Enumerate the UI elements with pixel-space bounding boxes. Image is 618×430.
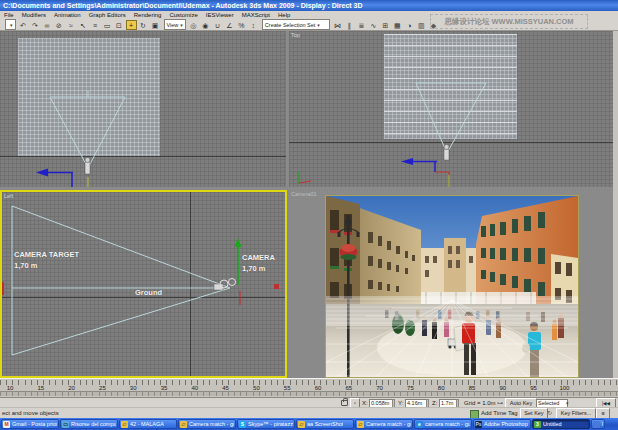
taskbar-button[interactable]: ▭ Risorse del computer	[60, 419, 118, 429]
timeline-tick-label: 100	[559, 385, 569, 391]
render-setup-icon[interactable]: ◑	[404, 20, 415, 30]
taskbar-button[interactable]: S Skype™ - piratazzurro	[237, 419, 295, 429]
bind-to-space-warp-icon[interactable]: ≈	[66, 20, 77, 30]
chevron-down-icon: ▾	[180, 22, 183, 28]
snap-toggle-icon[interactable]: ∪	[212, 20, 223, 30]
menu-item[interactable]: Graph Editors	[85, 12, 130, 18]
viewport-area: Top Left	[0, 31, 613, 378]
undo-icon[interactable]: ↶	[18, 20, 29, 30]
select-and-manipulate-icon[interactable]: ◉	[200, 20, 211, 30]
chevron-down-icon: ▾	[10, 22, 13, 28]
menu-item[interactable]: MAXScript	[238, 12, 274, 18]
selection-lock-icon[interactable]	[341, 400, 348, 406]
toolbar-group-select: ↶↷∞⊘≈↖≡▭⊡+↻▣	[18, 20, 162, 30]
window-icon	[593, 421, 600, 428]
viewport-label-left[interactable]: Left	[4, 193, 13, 199]
viewport-top-left[interactable]	[0, 31, 286, 187]
reference-coordinate-value: View	[167, 22, 179, 28]
menu-item[interactable]: File	[0, 12, 18, 18]
rectangular-selection-icon[interactable]: ▭	[102, 20, 113, 30]
viewport-label-camera01[interactable]: Camera01	[291, 191, 317, 197]
title-bar[interactable]: C:\Documents and Settings\Administrator\…	[0, 0, 618, 11]
viewport-left-active[interactable]: Left CAMERA TARGET 1,70 m CAMERA 1,70 m	[0, 190, 287, 378]
taskbar-button[interactable]: ▱ 42 - MALAGA	[119, 419, 177, 429]
percent-snap-icon[interactable]: %	[236, 20, 247, 30]
taskbar-button[interactable]: Project...	[591, 419, 605, 429]
menu-item[interactable]: Animation	[50, 12, 85, 18]
taskbar-button[interactable]: Ps Adobe Photoshop CS3	[473, 419, 531, 429]
angle-snap-icon[interactable]: ∠	[224, 20, 235, 30]
folder-icon: ▱	[357, 421, 364, 428]
spinner-snap-icon[interactable]: ↕	[248, 20, 259, 30]
camera-target-height-annotation: 1,70 m	[14, 261, 37, 270]
redo-icon[interactable]: ↷	[30, 20, 41, 30]
schematic-view-icon[interactable]: ⊞	[380, 20, 391, 30]
key-mode-icon[interactable]: ↻	[547, 409, 552, 417]
taskbar-button-label: Risorse del computer	[71, 421, 116, 427]
taskbar-button[interactable]: e camera match - gue...	[414, 419, 472, 429]
my-computer-icon: ▭	[62, 421, 69, 428]
select-and-link-icon[interactable]: ∞	[42, 20, 53, 30]
mirror-icon[interactable]: ⋈	[332, 20, 343, 30]
menu-item[interactable]: Rendering	[130, 12, 166, 18]
menu-item[interactable]: Customize	[165, 12, 201, 18]
menu-item[interactable]: Modifiers	[18, 12, 50, 18]
y-coordinate-label: Y:	[398, 399, 403, 407]
photoshop-icon: Ps	[475, 421, 482, 428]
timeline-tick-label: 70	[376, 385, 383, 391]
viewport-label-top[interactable]: Top	[291, 32, 300, 38]
timeline-track-bar[interactable]: 101520253035404550556065707580859095100	[0, 378, 618, 397]
status-row-coordinates: ▫ X: 0.058m Y: 4.16m Z: 1.7m Grid = 1.0m…	[0, 397, 618, 407]
x-coordinate-label: X:	[362, 399, 368, 407]
timeline-tick-label: 80	[438, 385, 445, 391]
taskbar-button[interactable]: M Gmail - Posta priorita...	[1, 419, 59, 429]
add-time-tag[interactable]: Add Time Tag	[481, 409, 518, 417]
status-row-prompt: ect and move objects Add Time Tag Set Ke…	[0, 407, 618, 418]
create-selection-set-combo[interactable]: Create Selection Set ▾	[262, 19, 330, 30]
taskbar-button-label: Camera match - gue...	[366, 421, 411, 427]
camera-height-annotation: 1,70 m	[242, 264, 265, 273]
reference-coordinate-combo[interactable]: View ▾	[164, 19, 186, 30]
select-and-move-icon[interactable]: +	[126, 20, 137, 30]
create-selection-set-value: Create Selection Set	[265, 22, 315, 28]
rendered-frame-icon[interactable]: ▥	[416, 20, 427, 30]
menu-item[interactable]: Help	[274, 12, 294, 18]
timeline-tick-label: 55	[284, 385, 291, 391]
layer-manager-icon[interactable]: ≣	[356, 20, 367, 30]
window-crossing-icon[interactable]: ⊡	[114, 20, 125, 30]
select-and-scale-icon[interactable]: ▣	[150, 20, 161, 30]
select-and-rotate-icon[interactable]: ↻	[138, 20, 149, 30]
viewport-top[interactable]: Top	[289, 31, 613, 187]
timeline-tick-label: 60	[315, 385, 322, 391]
timeline-lower-ticks	[0, 391, 618, 396]
folder-icon: ▱	[298, 421, 305, 428]
material-editor-icon[interactable]: ▦	[392, 20, 403, 30]
selection-filter-combo[interactable]: ▾	[5, 19, 16, 30]
taskbar-button[interactable]: ▱ Camera match - gue...	[355, 419, 413, 429]
window-title: C:\Documents and Settings\Administrator\…	[3, 2, 363, 9]
select-object-icon[interactable]: ↖	[78, 20, 89, 30]
background-photo-street	[325, 195, 579, 378]
viewport-camera01[interactable]: Camera01	[289, 190, 613, 378]
timeline-minor-ticks	[0, 380, 618, 385]
taskbar-button-label: Skype™ - piratazzurro	[248, 421, 293, 427]
timeline-tick-label: 40	[191, 385, 198, 391]
menu-item[interactable]: IESViewer	[202, 12, 238, 18]
taskbar-button[interactable]: ▱ aa ScreenShot	[296, 419, 354, 429]
set-key-icon[interactable]: ⊶	[497, 399, 503, 407]
curve-editor-icon[interactable]: ∿	[368, 20, 379, 30]
taskbar-button-label: aa ScreenShot	[307, 421, 343, 427]
use-pivot-center-icon[interactable]: ◎	[188, 20, 199, 30]
align-icon[interactable]: ∥	[344, 20, 355, 30]
camera-cone-graphic	[289, 31, 613, 187]
timeline-tick-label: 85	[469, 385, 476, 391]
unlink-selection-icon[interactable]: ⊘	[54, 20, 65, 30]
internet-explorer-icon: e	[416, 421, 423, 428]
select-by-name-icon[interactable]: ≡	[90, 20, 101, 30]
timeline-tick-label: 45	[222, 385, 229, 391]
grid-size-readout: Grid = 1.0m	[464, 399, 496, 407]
taskbar-button[interactable]: 3 Untitled	[532, 419, 590, 429]
chevron-down-icon[interactable]: ▾	[566, 399, 569, 407]
timeline-tick-label: 15	[37, 385, 44, 391]
taskbar-button[interactable]: ▱ Camera match - gue...	[178, 419, 236, 429]
